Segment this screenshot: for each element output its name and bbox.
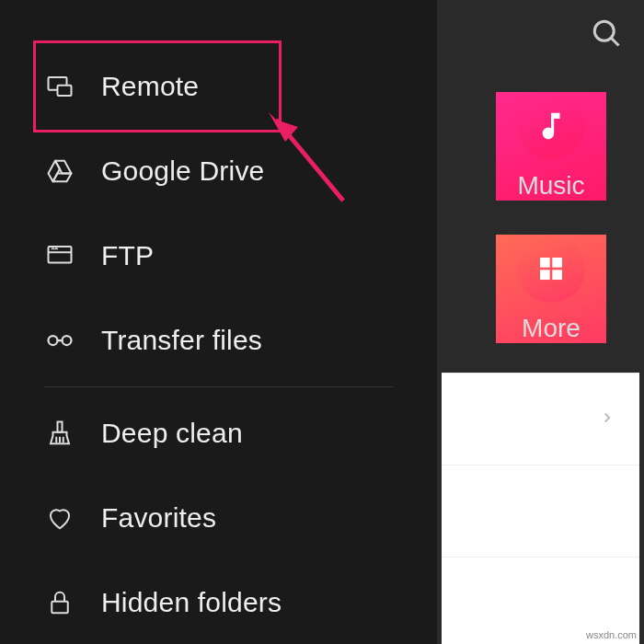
category-music-label: Music xyxy=(517,171,584,201)
chevron-right-icon xyxy=(599,409,615,430)
sidebar-item-ftp[interactable]: FTP xyxy=(0,213,437,298)
sidebar-item-google-drive[interactable]: Google Drive xyxy=(0,129,437,213)
svg-rect-7 xyxy=(58,86,72,96)
broom-icon xyxy=(44,418,75,449)
sidebar-item-label: Deep clean xyxy=(101,418,243,449)
heart-icon xyxy=(44,502,75,534)
svg-rect-4 xyxy=(540,270,550,280)
sidebar-item-label: Transfer files xyxy=(101,325,262,356)
watermark: wsxdn.com xyxy=(586,629,637,640)
sidebar-item-transfer-files[interactable]: Transfer files xyxy=(0,298,437,383)
sidebar-item-label: FTP xyxy=(101,240,154,271)
sidebar-item-hidden-folders[interactable]: Hidden folders xyxy=(0,560,437,644)
svg-rect-2 xyxy=(540,258,550,268)
category-music[interactable]: Music xyxy=(496,92,606,201)
sidebar-item-label: Favorites xyxy=(101,502,216,534)
svg-rect-3 xyxy=(552,258,562,268)
svg-point-0 xyxy=(594,21,614,40)
sidebar-item-remote[interactable]: Remote xyxy=(0,44,437,129)
list-area xyxy=(442,373,639,644)
search-button[interactable] xyxy=(590,17,623,53)
svg-line-1 xyxy=(611,38,618,45)
divider xyxy=(44,386,393,387)
svg-point-11 xyxy=(63,336,72,345)
sidebar-item-label: Google Drive xyxy=(101,155,264,187)
grid-icon xyxy=(517,235,585,303)
svg-rect-16 xyxy=(52,602,68,614)
ftp-icon xyxy=(44,240,75,271)
google-drive-icon xyxy=(44,155,75,187)
svg-rect-12 xyxy=(58,422,63,432)
category-more[interactable]: More xyxy=(496,235,606,343)
list-row[interactable] xyxy=(442,465,639,557)
list-row[interactable] xyxy=(442,373,639,465)
sidebar-item-favorites[interactable]: Favorites xyxy=(0,476,437,560)
music-icon xyxy=(517,92,585,160)
transfer-icon xyxy=(44,325,75,356)
sidebar: Remote Google Drive FTP Transfer files xyxy=(0,0,437,644)
sidebar-item-deep-clean[interactable]: Deep clean xyxy=(0,391,437,476)
sidebar-item-label: Remote xyxy=(101,71,199,102)
app-frame: Music More Remote xyxy=(0,0,644,644)
svg-rect-5 xyxy=(552,270,562,280)
remote-icon xyxy=(44,71,75,102)
right-panel: Music More xyxy=(437,0,639,644)
category-more-label: More xyxy=(522,314,581,343)
svg-point-10 xyxy=(49,336,58,345)
sidebar-item-label: Hidden folders xyxy=(101,587,282,618)
lock-icon xyxy=(44,587,75,618)
